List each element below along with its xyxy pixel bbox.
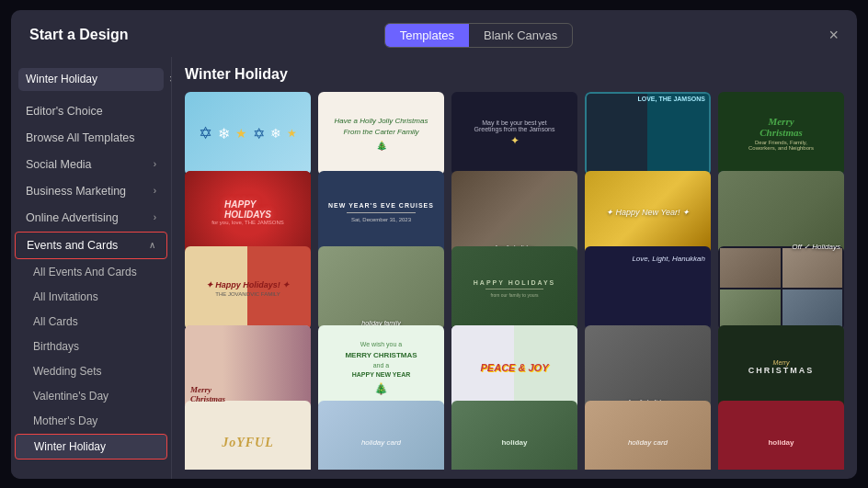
template-card[interactable]: [718, 246, 844, 330]
chevron-right-icon: ›: [154, 186, 156, 196]
modal-body: × 🔍 Editor's Choice Browse All Templates…: [11, 57, 857, 479]
template-card[interactable]: Merry CHRISTMAS: [718, 325, 844, 409]
template-card[interactable]: May it be your best yet Greetings from t…: [451, 92, 577, 176]
template-card[interactable]: holiday card: [585, 401, 711, 469]
template-card[interactable]: Love, Light, Hanukkah: [585, 246, 711, 330]
search-input[interactable]: [26, 73, 164, 85]
template-card[interactable]: NEW YEAR'S EVE CRUISES Sat, December 31,…: [318, 171, 444, 255]
sidebar-sub-winter-holiday[interactable]: Winter Holiday: [15, 434, 167, 460]
sidebar: × 🔍 Editor's Choice Browse All Templates…: [11, 57, 172, 479]
section-title: Winter Holiday: [185, 66, 844, 83]
sidebar-sub-wedding-sets[interactable]: Wedding Sets: [15, 359, 167, 383]
template-card[interactable]: LOVE, THE JAMSONS: [585, 92, 711, 176]
main-content: Winter Holiday ✡ ❄ ★ ✡ ❄ ★: [172, 57, 857, 479]
modal: Start a Design Templates Blank Canvas × …: [11, 10, 857, 479]
sidebar-sub-birthdays[interactable]: Birthdays: [15, 335, 167, 358]
template-card[interactable]: MerryChristmas: [185, 325, 311, 409]
template-card[interactable]: PEACE & JOY: [451, 325, 577, 409]
tab-blank-canvas[interactable]: Blank Canvas: [469, 24, 572, 47]
sidebar-sub-mothers-day[interactable]: Mother's Day: [15, 409, 167, 433]
close-button[interactable]: ×: [828, 27, 839, 43]
sidebar-sub-all-events[interactable]: All Events And Cards: [15, 260, 167, 284]
sidebar-item-editors-choice[interactable]: Editor's Choice: [15, 98, 167, 124]
template-card[interactable]: holiday: [451, 401, 577, 469]
template-card[interactable]: holiday card: [318, 401, 444, 469]
sidebar-item-social-media[interactable]: Social Media ›: [15, 152, 167, 177]
template-card[interactable]: HAPPYHOLIDAYS for you, love, THE JAMSONS: [185, 171, 311, 255]
sidebar-item-online-advertising[interactable]: Online Advertising ›: [15, 205, 167, 231]
tab-templates[interactable]: Templates: [385, 24, 469, 47]
sidebar-sub-all-cards[interactable]: All Cards: [15, 310, 167, 334]
template-card[interactable]: We wish you aMERRY CHRISTMASand aHAPPY N…: [318, 325, 444, 409]
modal-header: Start a Design Templates Blank Canvas ×: [11, 10, 857, 57]
template-card[interactable]: family holiday: [585, 325, 711, 409]
sidebar-item-business-marketing[interactable]: Business Marketing ›: [15, 178, 167, 204]
search-bar[interactable]: × 🔍: [18, 68, 164, 91]
sidebar-item-browse-all[interactable]: Browse All Templates: [15, 125, 167, 151]
template-card[interactable]: ✦ Happy Holidays! ✦ THE JOVANOVIC FAMILY: [185, 246, 311, 330]
template-card[interactable]: JoYFUL: [185, 401, 311, 469]
modal-overlay: Start a Design Templates Blank Canvas × …: [0, 0, 868, 488]
chevron-right-icon: ›: [154, 159, 156, 169]
header-tabs: Templates Blank Canvas: [384, 23, 573, 48]
template-card[interactable]: Have a Holly Jolly ChristmasFrom the Car…: [318, 92, 444, 176]
template-card[interactable]: Off ✓ Holidays: [718, 171, 844, 255]
modal-title: Start a Design: [29, 27, 129, 43]
chevron-right-icon: ›: [154, 212, 156, 222]
sidebar-sub-all-invitations[interactable]: All Invitations: [15, 285, 167, 309]
sidebar-sub-valentines[interactable]: Valentine's Day: [15, 384, 167, 408]
template-card[interactable]: family holiday: [451, 171, 577, 255]
sidebar-item-events-and-cards[interactable]: Events and Cards ∧: [15, 232, 167, 259]
template-card[interactable]: HAPPY HOLIDAYS from our family to yours: [451, 246, 577, 330]
template-card[interactable]: ✡ ❄ ★ ✡ ❄ ★: [185, 92, 311, 176]
template-card[interactable]: ✦ Happy New Year! ✦: [585, 171, 711, 255]
chevron-up-icon: ∧: [149, 240, 155, 250]
template-card[interactable]: holiday family: [318, 246, 444, 330]
template-card[interactable]: holiday: [718, 401, 844, 469]
templates-grid: ✡ ❄ ★ ✡ ❄ ★ Have a Holly Jolly Christmas…: [185, 92, 844, 470]
template-card[interactable]: MerryChristmas Dear Friends, Family,Cowo…: [718, 92, 844, 176]
